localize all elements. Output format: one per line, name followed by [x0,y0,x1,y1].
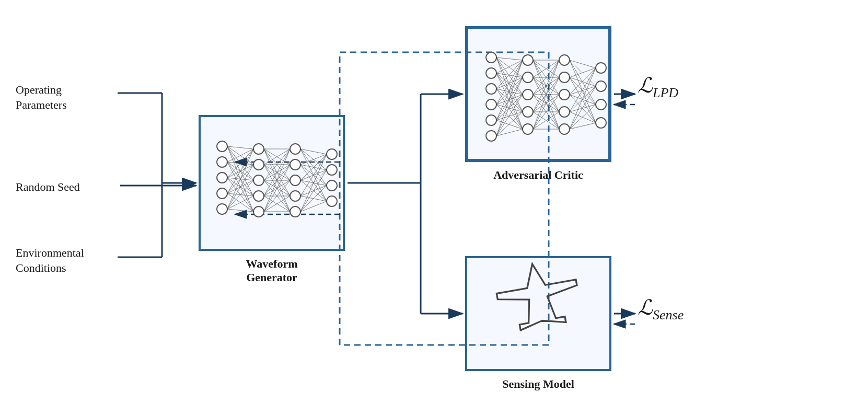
diagram-svg [0,0,868,415]
sensing-model-box [465,256,611,371]
label-env-conditions: EnvironmentalConditions [16,246,120,275]
adversarial-critic-label: Adversarial Critic [465,168,611,182]
adversarial-critic-box [465,26,611,162]
waveform-generator-box [199,115,345,251]
label-operating-params: OperatingParameters [16,83,120,112]
loss-sense: ℒSense [638,295,684,323]
waveform-generator-label: WaveformGenerator [199,257,345,284]
sensing-model-label: Sensing Model [465,377,611,391]
label-random-seed: Random Seed [16,180,120,194]
loss-lpd: ℒLPD [638,73,678,101]
diagram-container: OperatingParameters Random Seed Environm… [0,0,868,415]
